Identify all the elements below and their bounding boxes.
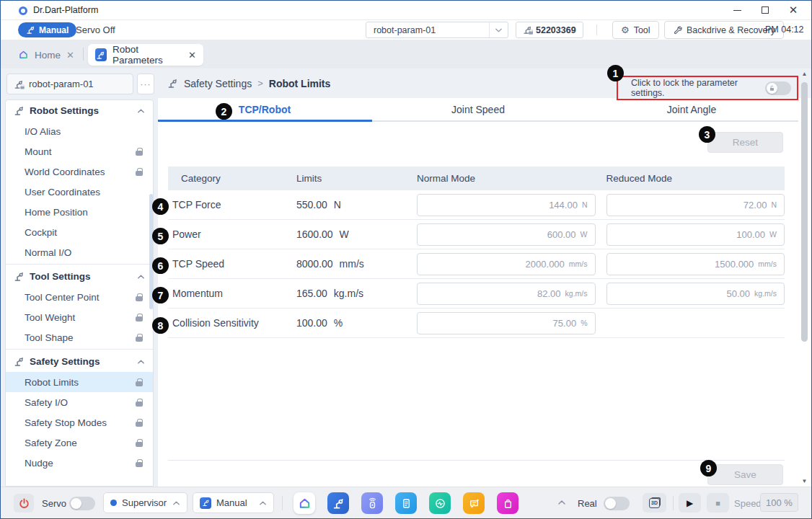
row-category: Momentum [168, 288, 286, 299]
header-category: Category [168, 173, 286, 184]
annotation-6: 6 [152, 257, 169, 274]
dock-log-icon[interactable] [463, 492, 485, 514]
lock-icon [136, 419, 143, 427]
real-label: Real [578, 498, 597, 509]
sidebar-group-tool-settings[interactable]: Tool Settings [6, 266, 153, 287]
role-dropdown[interactable]: Supervisor [103, 492, 187, 513]
sidebar-item-safety-zone[interactable]: Safety Zone [6, 432, 153, 453]
lock-icon [136, 399, 143, 407]
dock-store-icon[interactable] [497, 492, 518, 514]
table-row-collision-sensitivity: Collision Sensitivity 100.00% 75.00% [168, 309, 785, 338]
row-limit: 1600.00W [296, 229, 406, 240]
normal-mode-input-collision-sensitivity[interactable]: 75.00% [417, 312, 596, 334]
annotation-4: 4 [152, 198, 169, 215]
dock-monitoring-icon[interactable] [429, 492, 451, 514]
robot-arm-icon [14, 356, 25, 367]
scrollbar-thumb[interactable] [801, 82, 808, 342]
role-value: Supervisor [122, 497, 167, 508]
minimize-button[interactable] [725, 1, 749, 19]
robot-arm-icon [14, 105, 25, 116]
dock-jog-icon[interactable] [361, 492, 383, 514]
normal-mode-input-tcp-force[interactable]: 144.00N [417, 194, 596, 216]
item-label: Safety Stop Modes [25, 417, 107, 428]
tab-robot-parameters[interactable]: Robot Parameters ✕ [88, 44, 203, 66]
tab-joint-speed[interactable]: Joint Speed [371, 98, 585, 120]
sidebar-group-safety-settings[interactable]: Safety Settings [6, 351, 153, 372]
mode-dropdown[interactable]: Manual [193, 492, 274, 513]
parameter-tabs: TCP/Robot Joint Speed Joint Angle [158, 98, 798, 122]
tab-home[interactable]: Home ✕ [11, 44, 81, 66]
row-limit: 550.00N [296, 199, 406, 210]
tab-joint-angle[interactable]: Joint Angle [585, 98, 798, 120]
reduced-mode-input-tcp-speed[interactable]: 1500.000mm/s [606, 253, 785, 275]
sidebar-item-nudge[interactable]: Nudge [6, 453, 153, 473]
servo-toggle[interactable] [69, 497, 95, 510]
sidebar-item-tool-center-point[interactable]: Tool Center Point [6, 287, 153, 307]
role-status-dot [110, 500, 117, 506]
sidebar-item-world-coordinates[interactable]: World Coordinates [6, 161, 153, 182]
robot-lock-icon [523, 25, 532, 35]
sidebar-item-safety-io[interactable]: Safety I/O [6, 392, 153, 412]
table-header-row: Category Limits Normal Mode Reduced Mode [168, 167, 785, 190]
parameter-select[interactable]: robot-param-01 [366, 22, 508, 38]
play-button[interactable]: ▶ [679, 493, 701, 513]
scroll-up-arrow[interactable]: ▲ [800, 71, 809, 77]
power-button[interactable] [14, 494, 34, 513]
normal-mode-input-power[interactable]: 600.00W [417, 223, 596, 246]
bottom-bar: Servo Supervisor Manual Real 3D ▶ ■ [1, 487, 811, 518]
header-limits: Limits [296, 173, 406, 184]
normal-mode-input-tcp-speed[interactable]: 2000.000mm/s [417, 253, 596, 275]
mode-value: Manual [216, 497, 247, 508]
sidebar-item-safety-stop-modes[interactable]: Safety Stop Modes [6, 412, 153, 432]
sidebar-item-cockpit[interactable]: Cockpit [6, 222, 153, 242]
sidebar-item-tool-shape[interactable]: Tool Shape [6, 327, 153, 347]
row-category: TCP Force [168, 199, 286, 210]
lock-icon [136, 148, 143, 156]
sidebar-item-tool-weight[interactable]: Tool Weight [6, 307, 153, 327]
sidebar-item-mount[interactable]: Mount [6, 141, 153, 161]
mode-badge[interactable]: Manual [18, 22, 76, 37]
save-button[interactable]: Save [707, 464, 783, 485]
sidebar-item-normal-io[interactable]: Normal I/O [6, 242, 153, 262]
dock-robot-parameters-icon[interactable] [327, 492, 349, 514]
row-category: Collision Sensitivity [168, 317, 286, 329]
maximize-button[interactable] [753, 1, 777, 19]
stop-button[interactable]: ■ [707, 493, 729, 513]
parameter-name-field[interactable]: robot-param-01 [6, 74, 133, 94]
divider [596, 25, 597, 35]
reset-button[interactable]: Reset [707, 132, 783, 153]
speed-value-badge[interactable]: 100 % [760, 493, 798, 512]
tool-button[interactable]: ⚙ Tool [612, 21, 659, 39]
tab-tcp-robot[interactable]: TCP/Robot [158, 98, 371, 120]
reduced-mode-input-tcp-force[interactable]: 72.00N [606, 194, 785, 216]
sidebar-item-user-coordinates[interactable]: User Coordinates [6, 182, 153, 202]
normal-mode-input-momentum[interactable]: 82.00kg.m/s [417, 283, 596, 305]
parameter-lock-toggle[interactable] [765, 81, 791, 95]
dock-collapse-chevron[interactable] [557, 500, 566, 505]
sidebar-group-robot-settings[interactable]: Robot Settings [6, 100, 153, 121]
sidebar-item-io-alias[interactable]: I/O Alias [6, 121, 153, 141]
limits-table: Category Limits Normal Mode Reduced Mode… [168, 167, 785, 338]
dock-task-writer-icon[interactable] [395, 492, 417, 514]
item-label: Mount [25, 146, 52, 157]
close-icon[interactable]: ✕ [66, 50, 74, 61]
close-button[interactable]: ✕ [781, 1, 806, 19]
sidebar-item-home-position[interactable]: Home Position [6, 202, 153, 222]
group-label: Safety Settings [30, 356, 100, 367]
scroll-down-arrow[interactable]: ▼ [800, 478, 809, 484]
active-tab-underline [158, 120, 372, 122]
reduced-mode-input-power[interactable]: 100.00W [606, 223, 785, 246]
reduced-mode-input-momentum[interactable]: 50.00kg.m/s [606, 283, 785, 305]
dock-home-icon[interactable] [294, 492, 315, 514]
more-options-button[interactable]: ··· [137, 74, 154, 94]
breadcrumb-group[interactable]: Safety Settings [184, 78, 252, 89]
sidebar-item-robot-limits[interactable]: Robot Limits [6, 372, 153, 392]
3d-view-button[interactable]: 3D [643, 493, 666, 513]
real-sim-toggle[interactable] [604, 497, 630, 510]
vertical-scrollbar[interactable]: ▲ ▼ [800, 71, 809, 484]
home-icon [18, 49, 29, 61]
close-icon[interactable]: ✕ [188, 50, 196, 61]
wrench-icon [673, 25, 682, 35]
robot-serial-badge[interactable]: 52203369 [516, 22, 583, 38]
chevron-up-icon [172, 500, 180, 506]
